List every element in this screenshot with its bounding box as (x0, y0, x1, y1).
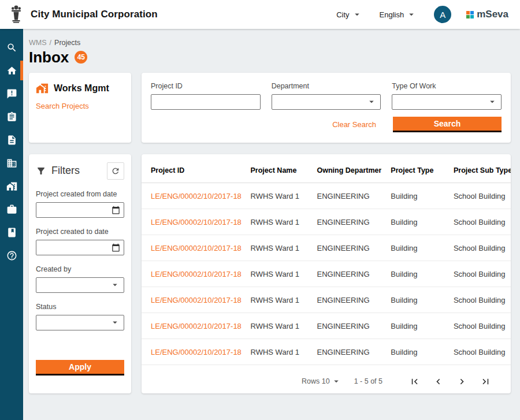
project-id-link[interactable]: LE/ENG/00002/10/2017-18 (151, 218, 242, 226)
avatar[interactable]: A (434, 6, 451, 23)
sidebar-item-works-management[interactable] (0, 174, 23, 198)
projects-table: Project ID Project Name Owning Departmen… (142, 154, 511, 365)
table-row: LE/ENG/00002/10/2017-18RWHS Ward 1ENGINE… (142, 261, 511, 287)
page-title: Inbox (29, 49, 69, 66)
project-id-link[interactable]: LE/ENG/00002/10/2017-18 (151, 296, 242, 304)
calendar-icon (112, 206, 120, 214)
table-cell: RWHS Ward 1 (242, 313, 308, 339)
table-cell: Building (381, 313, 444, 339)
next-page-button[interactable] (456, 376, 467, 387)
field-label: Project created from date (36, 190, 124, 198)
pagination: Rows 10 1 - 5 of 5 (142, 371, 511, 393)
chevron-down-icon (406, 9, 417, 20)
field-label: Status (36, 303, 124, 311)
table-cell: ENGINEERING (308, 313, 382, 339)
sidebar-item-employee[interactable] (0, 198, 23, 221)
table-cell: RWHS Ward 1 (242, 287, 308, 313)
table-cell: RWHS Ward 1 (242, 261, 308, 287)
project-id-link[interactable]: LE/ENG/00002/10/2017-18 (151, 244, 242, 252)
first-page-button[interactable] (409, 376, 420, 387)
building-icon (6, 158, 17, 169)
chevron-left-icon (433, 376, 444, 387)
chevron-down-icon (366, 96, 377, 107)
field-label: Project ID (151, 82, 261, 90)
table-cell: ENGINEERING (308, 209, 382, 235)
table-row: LE/ENG/00002/10/2017-18RWHS Ward 1ENGINE… (142, 313, 511, 339)
project-id-link[interactable]: LE/ENG/00002/10/2017-18 (151, 270, 242, 278)
page-range-label: 1 - 5 of 5 (354, 377, 382, 385)
sidebar-item-municipal-services[interactable] (0, 151, 23, 174)
field-label: Created by (36, 265, 124, 273)
sidebar-item-complaints[interactable] (0, 82, 23, 105)
table-cell: LE/ENG/00002/10/2017-18 (142, 313, 242, 339)
sidebar-item-reports[interactable] (0, 221, 23, 244)
refresh-button[interactable] (107, 162, 124, 180)
city-selector[interactable]: City (336, 9, 362, 20)
apply-button[interactable]: Apply (36, 360, 124, 376)
chevron-down-icon (352, 9, 362, 20)
project-id-link[interactable]: LE/ENG/00002/10/2017-18 (151, 322, 242, 330)
works-mgmt-icon (36, 82, 49, 95)
table-row: LE/ENG/00002/10/2017-18RWHS Ward 1ENGINE… (142, 183, 511, 209)
previous-page-button[interactable] (433, 376, 444, 387)
table-cell: LE/ENG/00002/10/2017-18 (142, 183, 242, 209)
chevron-down-icon (110, 317, 120, 328)
last-page-button[interactable] (480, 376, 491, 387)
column-header-project-sub-type: Project Sub Type (444, 154, 511, 183)
project-created-to-date-input[interactable] (36, 240, 124, 255)
home-icon (6, 65, 17, 76)
table-cell: RWHS Ward 1 (242, 235, 308, 261)
table-cell: RWHS Ward 1 (242, 183, 308, 209)
table-cell: School Building (444, 313, 511, 339)
announcement-icon (6, 88, 17, 99)
filter-field-status: Status (36, 303, 124, 330)
table-cell: RWHS Ward 1 (242, 209, 308, 235)
sidebar-item-help[interactable] (0, 244, 23, 267)
module-title: Works Mgmt (54, 83, 109, 94)
column-header-project-type: Project Type (381, 154, 444, 183)
search-field-type-of-work: Type Of Work (392, 82, 502, 110)
created-by-select[interactable] (36, 277, 124, 293)
department-select[interactable] (272, 94, 381, 110)
search-projects-link[interactable]: Search Projects (36, 102, 89, 110)
sidebar-item-documents[interactable] (0, 128, 23, 151)
sidebar-item-search[interactable] (0, 36, 23, 59)
chevron-right-icon (456, 376, 467, 387)
refresh-icon (111, 166, 120, 176)
mseva-icon (466, 11, 474, 18)
breadcrumb-wms[interactable]: WMS (29, 39, 47, 47)
project-id-link[interactable]: LE/ENG/00002/10/2017-18 (151, 192, 242, 200)
search-panel: Project ID Department Type Of Work (142, 73, 511, 143)
project-id-link[interactable]: LE/ENG/00002/10/2017-18 (151, 348, 242, 356)
type-of-work-select[interactable] (392, 94, 502, 110)
table-cell: ENGINEERING (308, 183, 382, 209)
clear-search-link[interactable]: Clear Search (332, 120, 376, 129)
sidebar-item-assignments[interactable] (0, 105, 23, 128)
rows-per-page-label: Rows 10 (302, 377, 330, 385)
inbox-count-badge: 45 (75, 51, 87, 64)
table-header-row: Project ID Project Name Owning Departmen… (142, 154, 511, 183)
search-field-department: Department (272, 82, 381, 110)
breadcrumb-projects[interactable]: Projects (54, 39, 80, 47)
search-button[interactable]: Search (393, 117, 502, 132)
column-header-project-id: Project ID (142, 154, 242, 183)
table-cell: Building (381, 209, 444, 235)
mseva-logo: mSeva (466, 9, 508, 20)
project-id-input[interactable] (151, 94, 261, 110)
column-header-project-name: Project Name (242, 154, 308, 183)
filter-icon (36, 166, 46, 176)
field-label: Project created to date (36, 228, 124, 236)
project-created-from-date-input[interactable] (36, 202, 124, 218)
sidebar (0, 29, 23, 420)
briefcase-icon (6, 204, 17, 215)
breadcrumb: WMS/Projects (29, 39, 511, 47)
filter-field-created-by: Created by (36, 265, 124, 293)
language-selector[interactable]: English (380, 9, 417, 20)
sidebar-item-home[interactable] (0, 59, 23, 82)
rows-per-page-select[interactable]: Rows 10 (302, 376, 341, 386)
table-cell: Building (381, 339, 444, 365)
table-cell: LE/ENG/00002/10/2017-18 (142, 339, 242, 365)
table-cell: School Building (444, 339, 511, 365)
status-select[interactable] (36, 315, 124, 330)
table-cell: School Building (444, 261, 511, 287)
